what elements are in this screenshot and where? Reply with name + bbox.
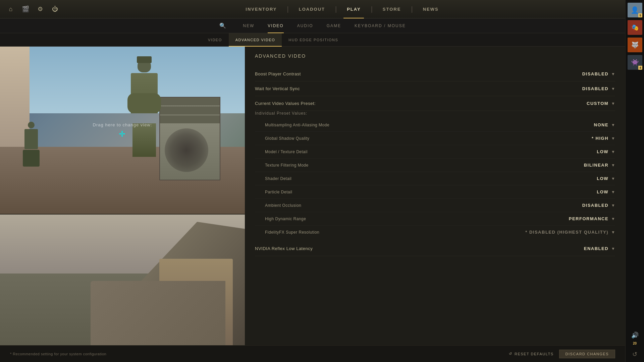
recommended-text: * Recommended setting for your system co…: [10, 352, 106, 356]
sub-tab-video[interactable]: VIDEO: [201, 33, 229, 47]
fidelityfx-arrow: ▼: [611, 230, 615, 235]
model-texture-label: Model / Texture Detail: [265, 149, 308, 154]
power-icon[interactable]: ⏻: [50, 4, 60, 14]
fidelityfx-control[interactable]: * DISABLED (HIGHEST QUALITY) ▼: [525, 230, 615, 235]
texture-filtering-label: Texture Filtering Mode: [265, 163, 309, 168]
vsync-control[interactable]: DISABLED ▼: [582, 86, 615, 91]
particle-detail-control[interactable]: LOW ▼: [597, 189, 615, 194]
nav-news[interactable]: NEWS: [413, 0, 449, 18]
nvidia-reflex-value: ENABLED: [584, 246, 608, 251]
right-avatar-4[interactable]: 👾 4: [628, 55, 642, 70]
model-texture-control[interactable]: LOW ▼: [597, 149, 615, 154]
settings-tabs-bar: 🔍 NEW VIDEO AUDIO GAME KEYBOARD / MOUSE: [0, 18, 625, 33]
search-icon[interactable]: 🔍: [219, 22, 226, 29]
sidebar-sound-icon[interactable]: 🔊: [631, 331, 639, 339]
reset-label: RESET DEFAULTS: [515, 352, 554, 356]
preset-particle-detail: Particle Detail LOW ▼: [255, 185, 615, 199]
vsync-arrow: ▼: [611, 86, 615, 91]
global-shadow-label: Global Shadow Quality: [265, 136, 310, 141]
right-avatars-panel: 👤 5 🎭 🐺 👾 4 🔊 20 ↺: [625, 0, 644, 362]
preset-section-label: Individual Preset Values:: [255, 111, 615, 116]
shader-detail-value: LOW: [597, 176, 608, 181]
bottom-bar: * Recommended setting for your system co…: [0, 345, 625, 362]
setting-video-preset: Current Video Values Preset: CUSTOM ▼: [255, 96, 615, 111]
ambient-occlusion-control[interactable]: DISABLED ▼: [582, 203, 615, 208]
shader-detail-arrow: ▼: [611, 176, 615, 181]
avatar-badge-4: 4: [638, 66, 642, 70]
crosshair-icon: ✛: [119, 130, 126, 138]
vsync-value: DISABLED: [582, 86, 608, 91]
tab-video[interactable]: VIDEO: [268, 18, 283, 33]
preview-top[interactable]: Drag here to change view: ✛: [0, 47, 245, 214]
setting-nvidia-reflex: NVIDIA Reflex Low Latency ENABLED ▼: [255, 241, 615, 256]
main-content: Drag here to change view: ✛ Magnificatio…: [0, 47, 625, 362]
preset-model-texture: Model / Texture Detail LOW ▼: [255, 145, 615, 159]
particle-detail-arrow: ▼: [611, 190, 615, 194]
setting-boost-player-contrast: Boost Player Contrast DISABLED ▼: [255, 67, 615, 81]
sidebar-refresh-icon[interactable]: ↺: [632, 351, 637, 358]
msaa-label: Multisampling Anti-Aliasing Mode: [265, 123, 329, 127]
sub-tab-advanced-video[interactable]: ADVANCED VIDEO: [229, 33, 282, 47]
shader-detail-control[interactable]: LOW ▼: [597, 176, 615, 181]
global-shadow-control[interactable]: * HIGH ▼: [592, 136, 615, 141]
preview-panel: Drag here to change view: ✛ Magnificatio…: [0, 47, 245, 362]
msaa-control[interactable]: NONE ▼: [594, 122, 615, 127]
discard-changes-button[interactable]: DISCARD CHANGES: [559, 350, 615, 358]
drag-hint-text: Drag here to change view:: [93, 122, 152, 127]
tab-new[interactable]: NEW: [243, 18, 254, 33]
sidebar-badge: 20: [633, 342, 637, 345]
drag-hint: Drag here to change view: ✛: [93, 122, 152, 138]
setting-wait-vertical-sync: Wait for Vertical Sync DISABLED ▼: [255, 81, 615, 96]
global-shadow-arrow: ▼: [611, 136, 615, 141]
tab-keyboard-mouse[interactable]: KEYBOARD / MOUSE: [355, 18, 406, 33]
preset-fidelityfx: FidelityFX Super Resolution * DISABLED (…: [255, 226, 615, 239]
right-avatar-3[interactable]: 🐺: [628, 38, 642, 52]
video-preset-control[interactable]: CUSTOM ▼: [587, 101, 615, 106]
bottom-buttons: ↺ RESET DEFAULTS DISCARD CHANGES: [509, 350, 615, 358]
preview-bottom[interactable]: [0, 214, 245, 362]
global-shadow-value: * HIGH: [592, 136, 608, 141]
settings-panel: Advanced Video Boost Player Contrast DIS…: [245, 47, 625, 362]
video-preset-label: Current Video Values Preset:: [255, 101, 316, 106]
boost-contrast-arrow: ▼: [611, 72, 615, 76]
nav-left-icons: ⌂ 🎬 ⚙ ⏻: [0, 4, 67, 14]
main-nav: INVENTORY | LOADOUT | PLAY | STORE | NEW…: [67, 0, 617, 18]
model-texture-value: LOW: [597, 149, 608, 154]
hdr-value: PERFORMANCE: [569, 216, 608, 221]
bottom-spacer: [255, 256, 615, 276]
sub-tab-hud-edge[interactable]: HUD EDGE POSITIONS: [282, 33, 345, 47]
reset-icon: ↺: [509, 352, 513, 356]
right-avatar-2[interactable]: 🎭: [628, 20, 642, 35]
nav-inventory[interactable]: INVENTORY: [235, 0, 287, 18]
nav-play[interactable]: PLAY: [337, 0, 371, 18]
tab-game[interactable]: GAME: [327, 18, 341, 33]
shader-detail-label: Shader Detail: [265, 176, 291, 181]
boost-contrast-control[interactable]: DISABLED ▼: [582, 71, 615, 76]
right-avatar-1[interactable]: 👤 5: [628, 3, 642, 17]
particle-detail-value: LOW: [597, 189, 608, 194]
gear-icon[interactable]: ⚙: [35, 4, 46, 14]
home-icon[interactable]: ⌂: [5, 4, 16, 14]
particle-detail-label: Particle Detail: [265, 190, 292, 194]
hdr-label: High Dynamic Range: [265, 217, 306, 221]
film-icon[interactable]: 🎬: [20, 4, 31, 14]
nvidia-reflex-control[interactable]: ENABLED ▼: [584, 246, 615, 251]
tab-audio[interactable]: AUDIO: [297, 18, 313, 33]
nvidia-reflex-label: NVIDIA Reflex Low Latency: [255, 246, 313, 251]
texture-filtering-value: BILINEAR: [584, 163, 608, 168]
texture-filtering-arrow: ▼: [611, 163, 615, 168]
fidelityfx-value: * DISABLED (HIGHEST QUALITY): [525, 230, 608, 235]
fidelityfx-label: FidelityFX Super Resolution: [265, 230, 319, 235]
nav-store[interactable]: STORE: [373, 0, 411, 18]
hdr-control[interactable]: PERFORMANCE ▼: [569, 216, 615, 221]
texture-filtering-control[interactable]: BILINEAR ▼: [584, 163, 615, 168]
preset-section: Individual Preset Values: Multisampling …: [255, 111, 615, 239]
nav-loadout[interactable]: LOADOUT: [289, 0, 335, 18]
preset-ambient-occlusion: Ambient Occlusion DISABLED ▼: [255, 199, 615, 212]
top-nav: ⌂ 🎬 ⚙ ⏻ INVENTORY | LOADOUT | PLAY | STO…: [0, 0, 644, 18]
video-preset-value: CUSTOM: [587, 101, 608, 106]
reset-defaults-button[interactable]: ↺ RESET DEFAULTS: [509, 352, 553, 356]
soldier-secondary: [19, 122, 43, 205]
hdr-arrow: ▼: [611, 217, 615, 221]
avatar-badge-1: 5: [638, 13, 642, 17]
